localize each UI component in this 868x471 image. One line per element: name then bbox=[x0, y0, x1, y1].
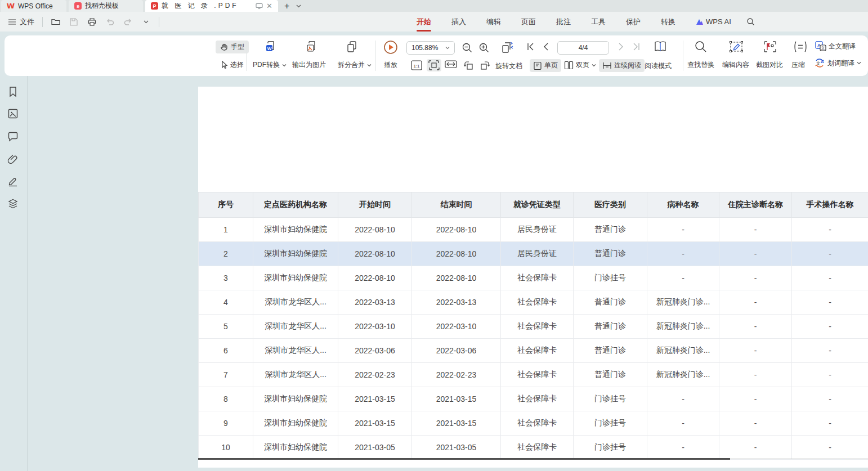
fit-page-icon[interactable] bbox=[427, 59, 441, 71]
select-tool-button[interactable]: 选择 bbox=[217, 59, 247, 71]
signature-icon[interactable] bbox=[7, 176, 19, 187]
table-cell: 深圳市妇幼保健院 bbox=[253, 266, 338, 290]
zoom-in-icon[interactable] bbox=[478, 42, 490, 53]
close-tab-icon[interactable]: ✕ bbox=[266, 2, 272, 10]
menu-wps-ai[interactable]: WPS AI bbox=[690, 15, 737, 28]
tab-docer-templates[interactable]: ʚ 找稻壳模板 bbox=[69, 0, 143, 12]
layers-icon[interactable] bbox=[7, 198, 19, 209]
read-mode-button[interactable]: 阅读模式 bbox=[645, 61, 672, 71]
rotate-doc-button[interactable]: 旋转文档 bbox=[495, 61, 522, 71]
replace-pages-icon[interactable] bbox=[500, 41, 514, 55]
pdf-page[interactable]: 序号 定点医药机构名称 开始时间 结束时间 就诊凭证类型 医疗类别 病种名称 住… bbox=[198, 87, 868, 468]
table-cell: 深圳市龙华区人... bbox=[253, 363, 338, 387]
zoom-out-icon[interactable] bbox=[462, 42, 473, 53]
table-cell: 2021-03-05 bbox=[338, 436, 412, 460]
menu-page[interactable]: 页面 bbox=[516, 15, 542, 29]
monitor-icon[interactable] bbox=[255, 2, 263, 10]
actual-size-icon[interactable]: 1:1 bbox=[411, 60, 422, 70]
previous-page-icon[interactable] bbox=[543, 43, 549, 51]
tab-list-chevron-icon[interactable] bbox=[296, 5, 301, 8]
more-actions-chevron-icon[interactable] bbox=[141, 17, 151, 27]
rotate-right-icon[interactable] bbox=[480, 60, 491, 70]
full-translate-label: 全文翻译 bbox=[829, 42, 856, 51]
menu-search-icon[interactable] bbox=[746, 17, 756, 27]
play-label: 播放 bbox=[384, 60, 397, 70]
export-image-button[interactable]: 输出为图片 bbox=[292, 60, 326, 70]
menu-convert[interactable]: 转换 bbox=[655, 15, 681, 29]
file-menu-button[interactable]: 文件 bbox=[7, 17, 34, 27]
menu-tools[interactable]: 工具 bbox=[585, 15, 611, 29]
single-page-button[interactable]: 单页 bbox=[530, 59, 561, 72]
menu-insert[interactable]: 插入 bbox=[446, 15, 472, 29]
table-cell: - bbox=[792, 266, 868, 290]
table-cell: - bbox=[719, 242, 792, 266]
file-menu-label: 文件 bbox=[20, 17, 34, 27]
full-translate-button[interactable]: A文 全文翻译 bbox=[815, 41, 856, 51]
table-bottom-border-light bbox=[730, 459, 868, 459]
next-page-icon[interactable] bbox=[618, 43, 624, 51]
split-merge-button[interactable]: 拆分合并 bbox=[338, 60, 372, 70]
menu-protect[interactable]: 保护 bbox=[620, 15, 646, 29]
table-bottom-border bbox=[198, 458, 730, 460]
edit-content-icon bbox=[729, 40, 744, 53]
table-cell: - bbox=[792, 242, 868, 266]
print-icon[interactable] bbox=[87, 17, 97, 27]
table-row: 5深圳市龙华区人...2022-03-102022-03-10社会保障卡普通门诊… bbox=[199, 315, 868, 339]
undo-icon[interactable] bbox=[105, 17, 115, 27]
tab-bar: W WPS Office ʚ 找稻壳模板 P 就 医 记 录 .PDF ✕ + bbox=[0, 0, 868, 12]
table-cell: 居民身份证 bbox=[501, 242, 574, 266]
table-cell: 2022-03-10 bbox=[412, 315, 501, 339]
table-cell: - bbox=[792, 339, 868, 363]
first-page-icon[interactable] bbox=[527, 43, 535, 51]
zoom-level-select[interactable]: 105.88% bbox=[406, 41, 455, 55]
bookmark-icon[interactable] bbox=[7, 86, 19, 97]
table-cell: 2021-03-15 bbox=[338, 411, 412, 436]
table-cell: 普通门诊 bbox=[574, 363, 647, 387]
tab-label: 就 医 记 录 .PDF bbox=[162, 1, 239, 11]
table-cell: - bbox=[647, 411, 719, 436]
table-cell: - bbox=[647, 218, 719, 242]
menu-edit[interactable]: 编辑 bbox=[481, 15, 507, 29]
table-cell: 6 bbox=[199, 339, 253, 363]
wps-ai-label: WPS AI bbox=[706, 17, 731, 26]
screenshot-compare-button[interactable]: 截图对比 bbox=[756, 60, 783, 70]
table-cell: 普通门诊 bbox=[574, 242, 647, 266]
attachment-icon[interactable] bbox=[7, 154, 19, 165]
comment-icon[interactable] bbox=[7, 131, 19, 142]
pdf-convert-button[interactable]: PDF转换 bbox=[253, 60, 287, 70]
svg-text:文: 文 bbox=[816, 61, 821, 66]
double-page-button[interactable]: 双页 bbox=[564, 60, 596, 70]
find-replace-button[interactable]: 查找替换 bbox=[687, 60, 714, 70]
play-button[interactable]: 播放 bbox=[384, 60, 397, 70]
page-number-input[interactable]: 4/4 bbox=[557, 41, 609, 55]
new-tab-icon[interactable]: + bbox=[284, 2, 289, 11]
table-cell: 社会保障卡 bbox=[501, 315, 574, 339]
table-cell: 2021-03-15 bbox=[338, 387, 412, 411]
hand-tool-label: 手型 bbox=[231, 42, 244, 52]
svg-text:1:1: 1:1 bbox=[413, 64, 420, 69]
menu-home[interactable]: 开始 bbox=[411, 15, 437, 29]
redo-icon[interactable] bbox=[123, 17, 133, 27]
compress-button[interactable]: 压缩 bbox=[791, 60, 805, 70]
open-folder-icon[interactable] bbox=[51, 17, 61, 27]
table-row: 3深圳市妇幼保健院2022-08-102022-08-10社会保障卡门诊挂号--… bbox=[199, 266, 868, 290]
edit-content-button[interactable]: 编辑内容 bbox=[722, 60, 749, 70]
last-page-icon[interactable] bbox=[632, 43, 640, 51]
table-cell: 深圳市龙华区人... bbox=[253, 290, 338, 315]
hand-tool-button[interactable]: 手型 bbox=[216, 41, 249, 53]
read-mode-icon[interactable] bbox=[653, 39, 668, 54]
menu-annotate[interactable]: 批注 bbox=[551, 15, 576, 29]
thumbnail-icon[interactable] bbox=[7, 108, 19, 119]
tab-wps-office[interactable]: W WPS Office bbox=[1, 0, 66, 12]
header-cell: 定点医药机构名称 bbox=[253, 192, 338, 218]
rotate-left-icon[interactable] bbox=[463, 60, 474, 70]
save-icon[interactable] bbox=[69, 17, 79, 27]
table-cell: 门诊挂号 bbox=[574, 387, 647, 411]
continuous-read-button[interactable]: 连续阅读 bbox=[599, 59, 645, 72]
play-icon[interactable] bbox=[383, 40, 398, 55]
word-translate-button[interactable]: 文A 划词翻译 bbox=[814, 58, 861, 68]
divider bbox=[246, 41, 247, 71]
tab-document-pdf[interactable]: P 就 医 记 录 .PDF ✕ bbox=[145, 0, 278, 12]
table-cell: 2022-08-10 bbox=[338, 266, 412, 290]
fit-width-icon[interactable] bbox=[445, 60, 457, 70]
